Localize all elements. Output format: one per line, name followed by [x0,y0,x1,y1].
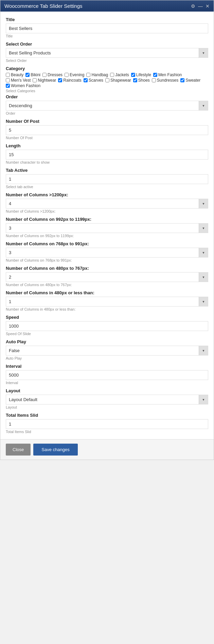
total-items-field-group: Total Items Slid Total Items Slid [6,413,208,434]
category-item[interactable]: Women Fashion [6,83,40,88]
speed-field-group: Speed Speed Of Slide [6,315,208,336]
category-checkbox[interactable] [58,78,62,82]
category-item-label: Lifestyle [136,72,151,77]
window-controls: ⚙ — ✕ [191,3,210,9]
title-label: Title [6,17,208,22]
order-input[interactable]: Descending Ascending [6,101,208,111]
select-order-input[interactable]: Best Selling Products Latest Products To… [6,48,208,58]
settings-content: Title Title Select Order Best Selling Pr… [0,12,214,434]
category-item[interactable]: Sundresses [152,78,178,83]
title-input[interactable] [6,23,208,33]
total-items-input[interactable] [6,419,208,429]
cols-1200-input[interactable]: 412356 [6,199,208,209]
category-grid: BeautyBikiniDressesEveningHandbagJackets… [6,72,208,88]
gear-icon[interactable]: ⚙ [191,3,195,9]
category-item[interactable]: Dresses [42,72,63,77]
title-hint: Title [6,34,208,38]
category-item[interactable]: Handbag [86,72,108,77]
number-of-post-label: Number Of Post [6,119,208,124]
cols-768-input[interactable]: 312456 [6,248,208,258]
tab-active-input[interactable] [6,174,208,184]
cols-992-wrapper: 312456 [6,223,208,233]
length-input[interactable] [6,150,208,160]
auto-play-input[interactable]: FalseTrue [6,346,208,356]
cols-480-hint: Number of Columns on 480px to 767px: [6,283,208,287]
number-of-post-input[interactable] [6,125,208,135]
cols-768-wrapper: 312456 [6,248,208,258]
category-checkbox[interactable] [180,78,184,82]
close-icon[interactable]: ✕ [206,3,210,9]
minimize-icon[interactable]: — [198,3,203,9]
length-field-group: Length Number character to show [6,143,208,164]
category-item-label: Dresses [48,72,63,77]
category-checkbox[interactable] [105,78,109,82]
order-hint: Order [6,111,208,115]
cols-480-input[interactable]: 213456 [6,272,208,282]
auto-play-label: Auto Play [6,339,208,344]
category-checkbox[interactable] [86,73,90,77]
speed-input[interactable] [6,321,208,331]
category-item-label: Raincoats [63,78,81,83]
category-item-label: Nightwear [38,78,56,83]
settings-window: Woocommerce Tab Slider Settings ⚙ — ✕ Ti… [0,0,214,460]
cols-768-field-group: Number of Columns on 768px to 991px: 312… [6,241,208,262]
category-item[interactable]: Jackets [110,72,129,77]
category-item-label: Evening [70,72,84,77]
cols-992-label: Number of Columns on 992px to 1199px: [6,217,208,222]
category-item[interactable]: Raincoats [58,78,81,83]
category-checkbox[interactable] [6,73,10,77]
category-item[interactable]: Beauty [6,72,23,77]
category-checkbox[interactable] [153,73,157,77]
interval-input[interactable] [6,370,208,380]
category-checkbox[interactable] [6,84,10,88]
category-hint: Select Categories [6,89,208,93]
category-item[interactable]: Scarves [84,78,103,83]
category-checkbox[interactable] [33,78,37,82]
category-item-label: Bikini [31,72,40,77]
cols-1200-hint: Number of Columns >1200px: [6,209,208,213]
tab-active-field-group: Tab Active Select tab active [6,168,208,189]
category-item[interactable]: Shapewear [105,78,131,83]
cols-768-hint: Number of Columns on 768px to 991px: [6,258,208,262]
cols-480less-label: Number of Columns in 480px or less than: [6,290,208,295]
close-button[interactable]: Close [6,444,31,456]
category-item[interactable]: Nightwear [33,78,56,83]
cols-1200-wrapper: 412356 [6,199,208,209]
category-item[interactable]: Evening [65,72,84,77]
category-item[interactable]: Sweater [180,78,200,83]
category-checkbox[interactable] [65,73,69,77]
auto-play-wrapper: FalseTrue [6,346,208,356]
category-checkbox[interactable] [110,73,114,77]
category-checkbox[interactable] [133,78,137,82]
cols-992-input[interactable]: 312456 [6,223,208,233]
category-item[interactable]: Shoes [133,78,150,83]
category-checkbox[interactable] [131,73,135,77]
category-item-label: Women Fashion [11,83,40,88]
select-order-label: Select Order [6,42,208,47]
cols-480less-input[interactable]: 123456 [6,297,208,307]
category-checkbox[interactable] [6,78,10,82]
interval-field-group: Interval Interval [6,364,208,385]
auto-play-hint: Auto Play [6,356,208,360]
category-item[interactable]: Men's Vest [6,78,31,83]
save-button[interactable]: Save changes [33,444,77,456]
category-label: Category [6,66,208,71]
category-item[interactable]: Bikini [25,72,40,77]
footer: Close Save changes [0,439,214,460]
layout-hint: Layout [6,405,208,409]
layout-input[interactable]: Layout DefaultLayout 1Layout 2 [6,395,208,404]
order-label: Order [6,94,208,99]
tab-active-hint: Select tab active [6,185,208,189]
category-item-label: Shoes [138,78,150,83]
select-order-field-group: Select Order Best Selling Products Lates… [6,42,208,63]
category-checkbox[interactable] [152,78,156,82]
auto-play-field-group: Auto Play FalseTrue Auto Play [6,339,208,360]
category-item[interactable]: Lifestyle [131,72,151,77]
cols-480-wrapper: 213456 [6,272,208,282]
cols-992-field-group: Number of Columns on 992px to 1199px: 31… [6,217,208,238]
category-item-label: Men Fashion [158,72,182,77]
category-item[interactable]: Men Fashion [153,72,182,77]
category-checkbox[interactable] [84,78,88,82]
category-checkbox[interactable] [25,73,30,77]
category-checkbox[interactable] [42,73,47,77]
